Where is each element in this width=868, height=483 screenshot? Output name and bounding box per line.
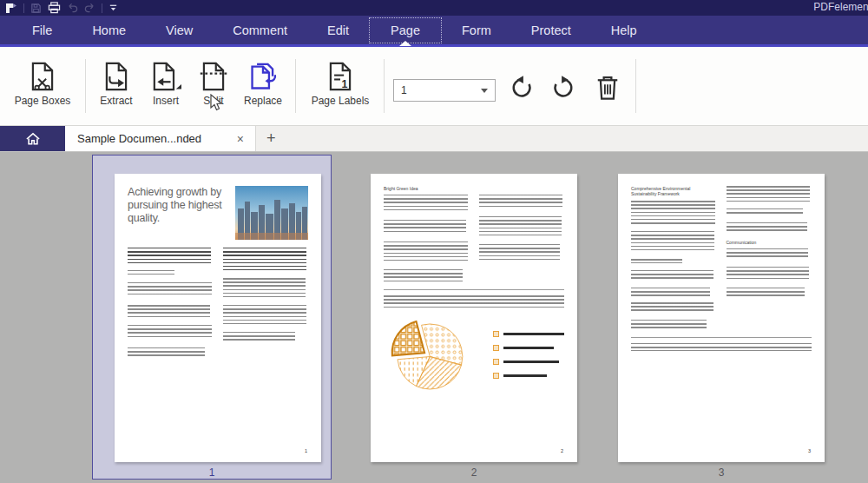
page-thumbnails-panel: Achieving growth by pursuing the highest… (0, 152, 868, 483)
legend-text-line (503, 374, 547, 377)
chart-legend (493, 331, 564, 379)
page2-number: 2 (561, 448, 563, 453)
rotate-left-icon[interactable] (509, 75, 535, 101)
page-arrow-in-icon (149, 61, 182, 92)
quick-access-toolbar (5, 0, 118, 16)
thumbnail-label-1: 1 (108, 466, 315, 479)
rule (631, 337, 812, 338)
page-thumbnail-3[interactable]: Comprehensive Environmental Sustainabili… (618, 174, 825, 462)
page3-number: 3 (808, 448, 811, 453)
app-title: PDFelement (813, 1, 868, 13)
thumbnail-selection[interactable]: Achieving growth by pursuing the highest… (92, 155, 332, 480)
text-column (128, 248, 214, 359)
undo-icon[interactable] (67, 3, 78, 13)
page-labels-button[interactable]: 1 Page Labels (304, 57, 377, 107)
thumbnail-label-3: 3 (618, 466, 825, 479)
page-scissors-icon (28, 61, 57, 92)
legend-swatch (493, 345, 499, 351)
page-number-value: 1 (401, 84, 407, 96)
separator (102, 3, 102, 13)
page2-heading: Bright Green Idea (384, 186, 564, 191)
svg-text:1: 1 (341, 78, 347, 90)
dropdown-caret-icon (176, 84, 181, 89)
page-number-dropdown[interactable]: 1 (393, 79, 496, 102)
menu-tab-help[interactable]: Help (611, 18, 637, 43)
home-icon (25, 132, 41, 146)
button-label: Page Boxes (15, 95, 71, 107)
button-label: Page Labels (312, 95, 370, 107)
save-icon[interactable] (30, 3, 42, 14)
menu-tab-file[interactable]: File (32, 18, 52, 43)
app-logo-icon (5, 3, 17, 14)
chevron-down-icon (481, 89, 488, 93)
legend-swatch (493, 373, 499, 379)
mouse-cursor (208, 94, 223, 113)
ribbon-toolbar: Page Boxes Extract Insert Split (0, 47, 868, 126)
page1-title: Achieving growth by pursuing the highest… (128, 186, 230, 240)
text-column: Communication (727, 186, 812, 328)
document-tab-bar: Sample Documen...nded × + (0, 126, 868, 152)
insert-button[interactable]: Insert (142, 57, 189, 107)
page-numbered-icon: 1 (326, 61, 355, 92)
rotate-right-icon[interactable] (550, 75, 576, 101)
close-tab-icon[interactable]: × (234, 132, 247, 146)
redo-icon[interactable] (84, 3, 95, 13)
document-tab[interactable]: Sample Documen...nded × (65, 126, 256, 151)
separator (23, 3, 24, 13)
pie-chart-figure (384, 313, 564, 396)
text-column (223, 248, 309, 359)
separator (295, 59, 296, 113)
page-thumbnail-2[interactable]: Bright Green Idea (371, 174, 577, 462)
customize-toolbar-icon[interactable] (108, 3, 118, 13)
menu-bar: File Home View Comment Edit Page Form Pr… (0, 16, 868, 47)
text-column (384, 195, 470, 284)
page-swap-icon (247, 59, 279, 92)
title-bar: PDFelement (0, 0, 868, 16)
page3-subheading: Communication (727, 240, 812, 245)
delete-page-icon[interactable] (595, 75, 620, 101)
legend-text-line (503, 333, 564, 335)
menu-tab-protect[interactable]: Protect (531, 18, 571, 43)
pie-chart-image (384, 313, 470, 396)
new-tab-button[interactable]: + (256, 126, 286, 151)
replace-button[interactable]: Replace (236, 57, 290, 107)
extract-button[interactable]: Extract (92, 57, 141, 107)
page3-heading: Comprehensive Environmental Sustainabili… (631, 186, 708, 197)
page-boxes-button[interactable]: Page Boxes (7, 57, 78, 107)
document-tab-label: Sample Documen...nded (77, 132, 201, 145)
city-skyline-image (235, 186, 308, 240)
thumbnail-label-2: 2 (371, 466, 577, 479)
home-tab[interactable] (0, 126, 65, 151)
legend-text-line (503, 347, 554, 349)
separator (85, 59, 86, 113)
print-icon[interactable] (48, 2, 61, 14)
menu-tab-edit[interactable]: Edit (327, 18, 349, 43)
page-arrow-out-icon (102, 61, 131, 92)
legend-text-line (503, 361, 559, 363)
page-thumbnail-1[interactable]: Achieving growth by pursuing the highest… (115, 174, 321, 462)
legend-swatch (493, 359, 499, 365)
text-column: Comprehensive Environmental Sustainabili… (631, 186, 717, 328)
legend-swatch (493, 331, 499, 337)
menu-tab-view[interactable]: View (166, 18, 193, 43)
rule (384, 289, 564, 290)
menu-tab-home[interactable]: Home (92, 18, 126, 43)
menu-tab-page[interactable]: Page (369, 17, 442, 43)
menu-tab-form[interactable]: Form (462, 18, 491, 43)
separator (635, 59, 636, 113)
page1-number: 1 (305, 448, 307, 453)
button-label: Replace (244, 95, 282, 107)
page-dashed-icon (199, 61, 228, 92)
menu-tab-comment[interactable]: Comment (233, 18, 287, 43)
text-column (479, 195, 565, 284)
separator (384, 59, 385, 113)
button-label: Insert (153, 95, 179, 107)
button-label: Extract (100, 95, 132, 107)
